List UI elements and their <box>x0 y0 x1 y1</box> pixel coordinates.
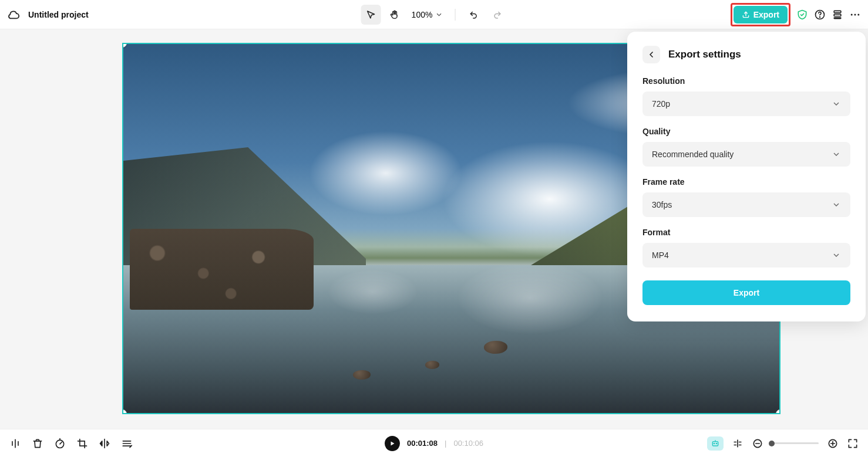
chevron-down-icon <box>435 11 443 19</box>
svg-point-15 <box>716 443 716 444</box>
ai-tools-button[interactable] <box>707 436 724 451</box>
resolution-select[interactable]: 720p <box>642 92 850 116</box>
undo-button[interactable] <box>463 5 483 25</box>
quality-value: Recommended quality <box>652 150 734 159</box>
zoom-dropdown[interactable]: 100% <box>412 10 443 19</box>
time-separator: | <box>445 439 446 448</box>
chevron-left-icon <box>647 50 656 59</box>
chevron-down-icon <box>832 250 841 260</box>
zoom-value: 100% <box>412 10 433 19</box>
speed-tool[interactable] <box>54 438 66 449</box>
framerate-value: 30fps <box>652 200 672 209</box>
format-value: MP4 <box>652 250 669 260</box>
svg-point-7 <box>857 13 859 15</box>
chevron-down-icon <box>832 150 841 159</box>
resolution-label: Resolution <box>642 76 850 86</box>
chevron-down-icon <box>832 99 841 109</box>
zoom-slider-thumb[interactable] <box>769 441 775 446</box>
top-toolbar: Untitled project 100% Export <box>0 0 868 29</box>
crop-tool[interactable] <box>76 438 88 449</box>
split-tool[interactable] <box>9 438 21 449</box>
zoom-slider[interactable] <box>772 442 819 444</box>
hand-tool[interactable] <box>385 5 405 25</box>
format-label: Format <box>642 228 850 237</box>
help-icon[interactable] <box>814 9 826 21</box>
svg-point-5 <box>851 13 853 15</box>
cloud-icon[interactable] <box>7 8 20 21</box>
quality-select[interactable]: Recommended quality <box>642 142 850 167</box>
panel-title: Export settings <box>668 49 741 60</box>
filter-tool[interactable] <box>121 438 133 449</box>
export-button[interactable]: Export <box>734 6 788 23</box>
svg-rect-2 <box>834 11 841 12</box>
play-icon <box>389 440 396 447</box>
back-button[interactable] <box>642 46 660 63</box>
shield-check-icon[interactable] <box>796 9 808 21</box>
chevron-down-icon <box>832 200 841 209</box>
center-playhead-button[interactable] <box>732 438 743 449</box>
zoom-in-button[interactable] <box>827 438 839 449</box>
layers-icon[interactable] <box>832 9 843 21</box>
divider <box>455 9 455 21</box>
export-button-label: Export <box>753 10 779 19</box>
play-button[interactable] <box>385 436 400 451</box>
framerate-label: Frame rate <box>642 177 850 187</box>
upload-icon <box>742 11 750 19</box>
zoom-out-button[interactable] <box>752 438 763 449</box>
flip-tool[interactable] <box>99 438 110 449</box>
export-confirm-button[interactable]: Export <box>642 280 850 305</box>
resolution-value: 720p <box>652 99 670 109</box>
resize-handle-br[interactable] <box>776 409 780 414</box>
fullscreen-button[interactable] <box>847 438 859 449</box>
project-title[interactable]: Untitled project <box>28 10 89 19</box>
export-settings-panel: Export settings Resolution 720p Quality … <box>627 32 866 321</box>
svg-point-1 <box>820 16 820 17</box>
svg-point-14 <box>714 443 714 444</box>
time-current: 00:01:08 <box>407 439 438 448</box>
quality-label: Quality <box>642 127 850 136</box>
export-button-highlight: Export <box>731 3 790 26</box>
svg-rect-4 <box>834 18 841 19</box>
time-total: 00:10:06 <box>453 439 483 448</box>
more-icon[interactable] <box>849 9 861 21</box>
framerate-select[interactable]: 30fps <box>642 192 850 217</box>
format-select[interactable]: MP4 <box>642 243 850 268</box>
svg-rect-3 <box>834 14 841 16</box>
bottom-toolbar: 00:01:08 | 00:10:06 <box>0 429 868 457</box>
redo-button[interactable] <box>487 5 507 25</box>
select-tool[interactable] <box>361 5 381 25</box>
svg-point-6 <box>854 13 856 15</box>
delete-tool[interactable] <box>32 438 43 449</box>
